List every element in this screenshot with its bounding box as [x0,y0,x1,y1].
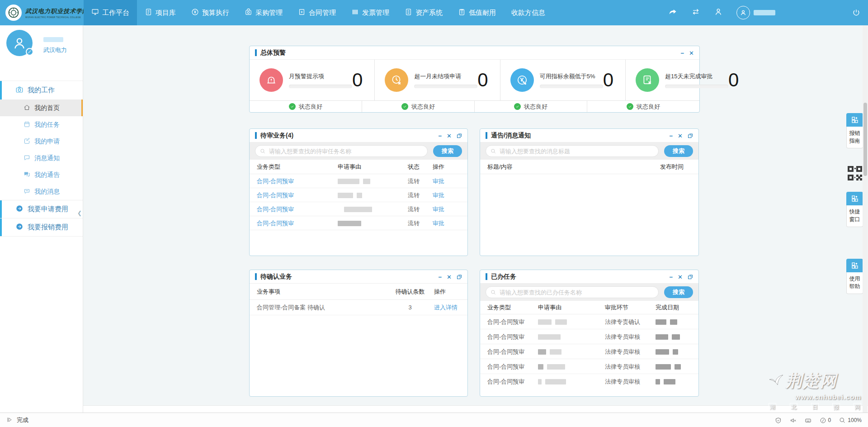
calendar-icon [24,121,30,129]
zoom-control[interactable]: 100% [839,417,862,424]
card-label: 月预警提示项 [289,72,352,81]
column-header: 审批环节 [605,301,628,314]
network-speed-icon[interactable]: 0 [820,417,831,424]
progress-bar [414,85,477,88]
redacted-date [656,374,675,389]
search-input[interactable] [500,148,642,155]
search-input[interactable] [269,148,411,155]
close-icon[interactable]: ✕ [447,274,452,280]
popout-icon[interactable] [688,274,693,280]
contacts-icon[interactable] [714,7,723,18]
column-header: 业务类型 [257,160,280,174]
nav-item-workbench[interactable]: 工作平台 [84,0,137,25]
nav-item-procurement[interactable]: 采购管理 [237,0,290,25]
status-row: 状态良好 状态良好 状态良好 状态良好 [250,100,699,112]
mute-speaker-icon[interactable] [790,417,797,424]
nav-item-label: 预算执行 [202,9,229,17]
card-label: 超一月未结项申请 [414,72,477,81]
redacted-reason [338,188,362,202]
alert-card-month-warning: 月预警提示项 0 [250,60,375,100]
column-header: 申请事由 [538,301,561,314]
sidebar-section-my-work[interactable]: 我的工作 [0,81,83,100]
status-label: 状态良好 [637,103,660,111]
edit-profile-icon[interactable] [26,48,33,56]
nav-item-payee-info[interactable]: 收款方信息 [504,0,553,25]
sidebar-section-reimburse-expense[interactable]: 我要报销费用 [0,218,83,236]
approval-step: 法律专员审核 [605,359,640,374]
comment-icon [24,154,30,162]
reimburse-guide-widget[interactable]: 报销指南 [846,113,863,148]
minimize-icon[interactable]: − [681,50,684,56]
sidebar-item-my-applications[interactable]: 我的申请 [0,133,83,150]
asset-document-icon [405,8,412,17]
overview-alert-panel: 总体预警 − ✕ 月预警提示项 0 [249,46,700,113]
business-type-link[interactable]: 合同-合同预审 [257,216,294,230]
quick-window-widget[interactable]: 快捷窗口 [846,192,863,227]
minimize-icon[interactable]: − [439,133,442,139]
search-input[interactable] [500,289,642,296]
card-label: 可用指标余额低于5% [540,72,603,81]
nav-item-assets[interactable]: 资产系统 [397,0,450,25]
share-icon[interactable] [669,7,678,18]
popout-icon[interactable] [688,133,693,138]
approve-link[interactable]: 审批 [433,216,444,230]
scrollbar[interactable] [863,25,868,413]
scrollbar-thumb[interactable] [863,103,867,176]
nav-item-contract[interactable]: 合同管理 [290,0,344,25]
qr-code-icon[interactable] [847,165,863,183]
sidebar-item-message-notice[interactable]: 消息通知 [0,150,83,166]
redacted-date [656,314,677,329]
invoice-barcode-icon [351,8,359,17]
confirm-count: 3 [394,300,426,315]
user-avatar[interactable] [6,30,33,56]
search-button[interactable]: 搜索 [664,286,693,298]
close-icon[interactable]: ✕ [689,50,694,56]
nav-item-project-library[interactable]: 项目库 [137,0,184,25]
sidebar-item-my-messages[interactable]: 我的消息 [0,183,83,200]
business-type-link[interactable]: 合同-合同预审 [257,188,294,202]
redacted-reason [538,314,567,329]
close-icon[interactable]: ✕ [678,133,683,139]
arrow-circle-right-icon [15,204,24,214]
table-row: 合同管理-合同备案 待确认 3 进入详情 [250,300,467,315]
minimize-icon[interactable]: − [439,274,442,280]
confirm-tasks-panel: 待确认业务 − ✕ 业务事项 待确认条数 操作 合同管理-合同备案 待确认 3 … [249,270,468,397]
approve-link[interactable]: 审批 [433,202,444,216]
business-type: 合同-合同预审 [487,359,524,374]
college-emblem-icon [5,5,22,21]
sidebar-item-label: 我的消息 [34,188,60,196]
business-type: 合同-合同预审 [487,344,524,359]
minimize-icon[interactable]: − [670,274,673,280]
sidebar-section-apply-expense[interactable]: 我要申请费用 [0,200,83,218]
search-button[interactable]: 搜索 [664,145,693,157]
keyboard-icon[interactable] [805,417,811,424]
close-icon[interactable]: ✕ [678,274,683,280]
nav-item-invoice[interactable]: 发票管理 [344,0,397,25]
sidebar-item-my-home[interactable]: 我的首页 [0,100,83,116]
popout-icon[interactable] [457,133,462,138]
sidebar-collapse-handle[interactable]: ❮ [77,210,82,216]
search-button[interactable]: 搜索 [433,145,462,157]
current-user[interactable] [736,6,775,19]
popout-icon[interactable] [457,274,462,280]
sidebar: 武汉电力 我的工作 我的首页 我的任务 我的申请 消息通知 我的通告 [0,25,83,413]
business-type-link[interactable]: 合同-合同预审 [257,174,294,188]
nav-item-budget[interactable]: 预算执行 [184,0,237,25]
help-widget[interactable]: 使用帮助 [846,259,863,294]
logout-power-icon[interactable] [852,8,861,19]
approve-link[interactable]: 审批 [433,174,444,188]
minimize-icon[interactable]: − [670,133,673,139]
panel-title: 总体预警 [260,49,286,57]
business-type-link[interactable]: 合同-合同预审 [257,202,294,216]
table-row: 合同-合同预审 流转 审批 [250,202,467,216]
sidebar-item-my-announcements[interactable]: 我的通告 [0,166,83,183]
security-shield-icon[interactable] [775,417,782,424]
document-x-icon [636,68,659,92]
nav-item-low-value[interactable]: 低值耐用 [450,0,504,25]
approve-link[interactable]: 审批 [433,188,444,202]
sidebar-item-my-tasks[interactable]: 我的任务 [0,116,83,133]
enter-detail-link[interactable]: 进入详情 [434,300,458,315]
switch-system-icon[interactable] [691,7,700,18]
table-row: 合同-合同预审 法律专责确认 [480,314,698,329]
close-icon[interactable]: ✕ [447,133,452,139]
